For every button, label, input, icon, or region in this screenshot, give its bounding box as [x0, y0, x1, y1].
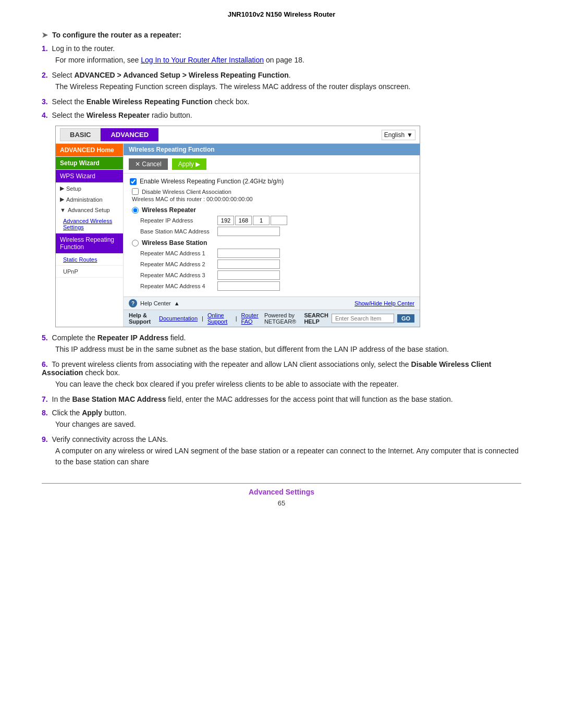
sidebar-item-advanced-wireless[interactable]: Advanced Wireless Settings: [56, 215, 123, 233]
step-8: 8. Click the Apply button. Your changes …: [42, 409, 521, 430]
step-7-text: In the Base Station MAC Address field, e…: [52, 395, 453, 403]
ip-octet-2[interactable]: [235, 216, 252, 225]
ip-octet-4[interactable]: [271, 216, 287, 225]
step-2-text: Select ADVANCED > Advanced Setup > Wirel…: [52, 71, 291, 79]
mac2-input[interactable]: [217, 260, 280, 269]
go-button[interactable]: GO: [397, 314, 414, 323]
router-body: ADVANCED Home Setup Wizard WPS Wizard ▶ …: [56, 144, 420, 327]
tab-basic[interactable]: BASIC: [60, 128, 101, 141]
mac2-row: Repeater MAC Address 2: [140, 260, 413, 269]
router-footer-right: SEARCH HELP GO: [304, 312, 414, 325]
enable-repeating-checkbox[interactable]: [130, 178, 137, 185]
router-main-header: Wireless Repeating Function: [124, 144, 420, 155]
step-8-sub: Your changes are saved.: [55, 419, 521, 430]
router-tabs: BASIC ADVANCED: [60, 128, 158, 141]
radio-section: Wireless Repeater Repeater IP Address: [132, 206, 413, 291]
step-7: 7. In the Base Station MAC Address field…: [42, 395, 521, 403]
step-7-num: 7.: [42, 395, 48, 403]
online-support-link[interactable]: Online Support: [207, 312, 231, 325]
ip-octet-3[interactable]: [253, 216, 270, 225]
base-station-mac-input[interactable]: [217, 227, 280, 236]
router-sidebar: ADVANCED Home Setup Wizard WPS Wizard ▶ …: [56, 144, 124, 327]
step-1-num: 1.: [42, 44, 48, 53]
step-6-sub: You can leave the check box cleared if y…: [55, 379, 521, 390]
sidebar-item-advanced-home[interactable]: ADVANCED Home: [56, 144, 123, 157]
step-3-text: Select the Enable Wireless Repeating Fun…: [52, 97, 250, 106]
arrow-down-icon: ▼: [60, 207, 66, 213]
mac3-input[interactable]: [217, 270, 280, 280]
arrow-icon: ➤: [42, 31, 48, 39]
mac4-input[interactable]: [217, 281, 280, 291]
help-center-label: Help Center: [140, 300, 171, 306]
step-2-num: 2.: [42, 71, 48, 79]
help-support-label: Help & Support: [129, 312, 155, 325]
arrow-right-icon: ▶: [60, 185, 64, 192]
tab-advanced[interactable]: ADVANCED: [101, 128, 158, 141]
router-mac-info: Wireless MAC of this router : 00:00:00:0…: [132, 196, 413, 202]
step-4-text: Select the Wireless Repeater radio butto…: [52, 111, 192, 119]
sidebar-section-admin[interactable]: ▶ Administration: [56, 194, 123, 205]
mac2-label: Repeater MAC Address 2: [140, 261, 213, 267]
step-5: 5. Complete the Repeater IP Address fiel…: [42, 334, 521, 355]
router-content: Enable Wireless Repeating Function (2.4G…: [124, 174, 420, 297]
mac3-label: Repeater MAC Address 3: [140, 272, 213, 278]
steps-list: 1. Log in to the router. For more inform…: [42, 44, 521, 119]
help-center-bar: ? Help Center ▲ Show/Hide Help Center: [124, 297, 420, 310]
step-9-num: 9.: [42, 435, 48, 443]
chevron-down-icon: ▼: [407, 131, 413, 139]
wireless-base-station-radio-row: Wireless Base Station: [132, 239, 413, 246]
search-input[interactable]: [332, 314, 394, 323]
docs-link[interactable]: Documentation: [159, 315, 198, 322]
sidebar-item-upnp[interactable]: UPnP: [56, 266, 123, 278]
mac4-row: Repeater MAC Address 4: [140, 281, 413, 291]
sidebar-item-wps-wizard[interactable]: WPS Wizard: [56, 170, 123, 183]
show-hide-help-link[interactable]: Show/Hide Help Center: [354, 300, 414, 306]
base-station-mac-row: Base Station MAC Address: [140, 227, 413, 236]
page-header: JNR1010v2 N150 Wireless Router: [42, 10, 521, 18]
sidebar-item-static-routes[interactable]: Static Routes: [56, 254, 123, 266]
powered-by: Powered by NETGEAR®: [264, 312, 304, 325]
sidebar-section-setup[interactable]: ▶ Setup: [56, 183, 123, 194]
help-icon: ?: [129, 299, 137, 307]
step-8-num: 8.: [42, 409, 48, 417]
step-1-link[interactable]: Log In to Your Router After Installation: [141, 56, 264, 64]
step-9-sub: A computer on any wireless or wired LAN …: [55, 446, 521, 467]
arrow-right-icon-2: ▶: [60, 196, 64, 203]
apply-button[interactable]: Apply ▶: [172, 158, 206, 170]
footer-page-number: 65: [42, 499, 521, 507]
mac1-label: Repeater MAC Address 1: [140, 250, 213, 256]
router-main: Wireless Repeating Function ✕ Cancel App…: [124, 144, 420, 327]
sidebar-item-setup-wizard[interactable]: Setup Wizard: [56, 157, 123, 170]
faq-link[interactable]: Router FAQ: [241, 312, 260, 325]
ip-octet-1[interactable]: [217, 216, 234, 225]
step-9-text: Verify connectivity across the LANs.: [52, 435, 168, 443]
enable-repeating-label: Enable Wireless Repeating Function (2.4G…: [140, 178, 284, 185]
step-6: 6. To prevent wireless clients from asso…: [42, 360, 521, 390]
step-9: 9. Verify connectivity across the LANs. …: [42, 435, 521, 467]
wireless-repeater-label: Wireless Repeater: [142, 206, 196, 214]
cancel-button[interactable]: ✕ Cancel: [129, 158, 168, 170]
repeater-ip-row: Repeater IP Address: [140, 216, 413, 225]
language-selector[interactable]: English ▼: [382, 130, 415, 140]
footer-title: Advanced Settings: [42, 488, 521, 496]
disable-client-assoc-label: Disable Wireless Client Association: [142, 189, 231, 195]
wireless-repeater-radio[interactable]: [132, 207, 139, 214]
disable-client-assoc-checkbox[interactable]: [132, 188, 139, 195]
mac1-row: Repeater MAC Address 1: [140, 249, 413, 258]
step-6-num: 6.: [42, 360, 48, 368]
step-3: 3. Select the Enable Wireless Repeating …: [42, 97, 521, 106]
step-1: 1. Log in to the router. For more inform…: [42, 44, 521, 66]
sidebar-section-advanced-setup[interactable]: ▼ Advanced Setup: [56, 205, 123, 215]
base-station-mac-label: Base Station MAC Address: [140, 228, 213, 235]
section-title: ➤ To configure the router as a repeater:: [42, 31, 521, 39]
repeater-ip-inputs: [217, 216, 287, 225]
step-5-text: Complete the Repeater IP Address field.: [52, 334, 186, 342]
step-2-sub: The Wireless Repeating Function screen d…: [55, 81, 521, 92]
mac1-input[interactable]: [217, 249, 280, 258]
sidebar-item-wireless-repeating[interactable]: Wireless Repeating Function: [56, 233, 123, 254]
step-8-text: Click the Apply button.: [52, 409, 127, 417]
step-1-text: Log in to the router.: [52, 44, 115, 53]
mac3-row: Repeater MAC Address 3: [140, 270, 413, 280]
help-center-left: ? Help Center ▲: [129, 299, 180, 307]
wireless-base-station-radio[interactable]: [132, 240, 139, 246]
